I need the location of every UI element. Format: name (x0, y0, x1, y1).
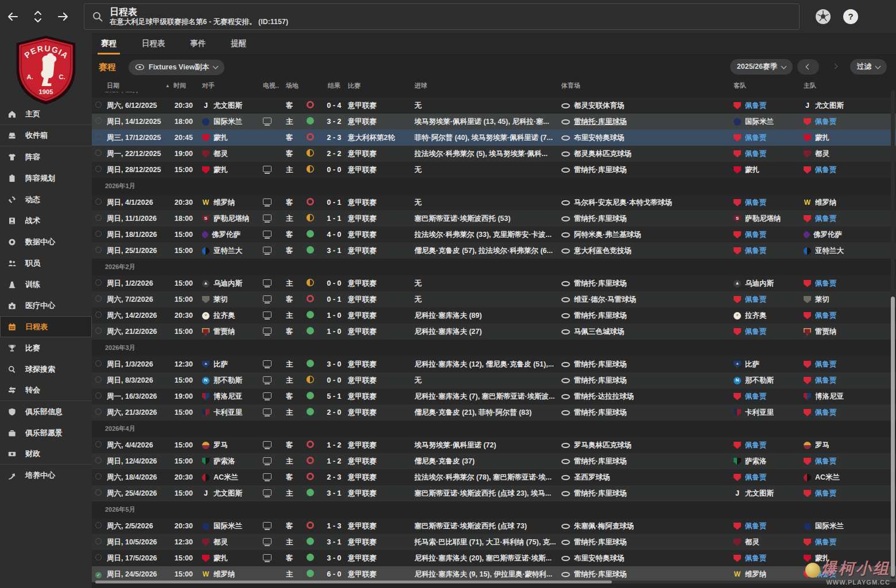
sidebar-item-squad[interactable]: 阵容 (0, 146, 92, 168)
home-team-name[interactable]: 佩鲁贾 (815, 311, 837, 321)
fixture-row[interactable]: 周六, 21/3/202615:00卡利亚里主2 - 0意甲联赛儒尼奥·克鲁皮 … (92, 404, 896, 420)
away-team-name[interactable]: 维罗纳 (745, 570, 767, 579)
away-team-name[interactable]: 佩鲁贾 (745, 246, 767, 256)
fixture-row[interactable]: 周日, 17/5/202615:00蒙扎客3 - 0意甲联赛尼科拉·塞库洛夫 (… (92, 550, 896, 566)
fixture-row[interactable]: 周三, 17/12/202520:45蒙扎客2 - 3意大利杯第2轮菲特·阿尔普… (92, 130, 896, 146)
column-header-result[interactable]: 结果 (320, 81, 348, 90)
fixture-row[interactable]: ✓周日, 24/5/202615:00W维罗纳主6 - 0意甲联赛尼科拉·塞库洛… (92, 566, 896, 582)
tab-calendar[interactable]: 日程表 (142, 33, 165, 54)
world-football-icon[interactable] (816, 9, 831, 24)
tab-fixtures[interactable]: 赛程 (101, 33, 117, 54)
column-header-stadium[interactable]: 体育场 (561, 81, 734, 90)
column-header-venue[interactable]: 场地 (286, 81, 307, 90)
home-team-name[interactable]: 佩鲁贾 (815, 408, 837, 418)
away-team-name[interactable]: 佩鲁贾 (745, 198, 767, 208)
away-team-name[interactable]: 佩鲁贾 (745, 554, 767, 563)
help-icon[interactable]: ? (843, 9, 858, 24)
home-team-name[interactable]: 佩鲁贾 (815, 165, 837, 175)
home-team-name[interactable]: 蒙扎 (815, 133, 829, 143)
fixture-row[interactable]: 周日, 18/1/202615:00佛罗伦萨客4 - 0意甲联赛拉法埃尔·科弗莱… (92, 227, 896, 243)
column-header-competition[interactable]: 比赛 (348, 81, 414, 90)
fixture-row[interactable]: 周六, 2/5/202620:30国际米兰客1 - 3意甲联赛塞巴斯蒂亚诺·埃斯… (92, 518, 896, 534)
sidebar-item-tactics[interactable]: 战术 (0, 210, 92, 231)
column-header-opponent[interactable]: 对手 (202, 81, 263, 90)
sidebar-item-medical[interactable]: 医疗中心 (0, 295, 92, 316)
home-team-name[interactable]: 蒙扎 (815, 554, 829, 563)
sidebar-item-inbox[interactable]: 收件箱 (0, 125, 92, 146)
tab-events[interactable]: 事件 (191, 33, 206, 54)
fixture-row[interactable]: 周日, 25/1/202615:00亚特兰大客3 - 1意甲联赛儒尼奥·克鲁皮 … (92, 243, 896, 259)
fixture-row[interactable]: 周六, 21/2/202615:00雷贾纳客1 - 0意甲联赛尼科拉·塞库洛夫 … (92, 324, 896, 340)
column-header-date[interactable]: 日期▲ (107, 81, 173, 90)
column-header-time[interactable]: 时间 (173, 81, 202, 90)
fixture-row[interactable]: 周六, 7/2/202615:00莱切客0 - 1意甲联赛无维亚·德尔·马雷球场… (92, 291, 896, 307)
sidebar-item-transfers[interactable]: 转会 (0, 380, 92, 401)
away-team-name[interactable]: 佩鲁贾 (745, 441, 767, 450)
column-header-tv[interactable]: 电视.. (263, 81, 286, 90)
season-dropdown[interactable]: 2025/26赛季 (730, 59, 793, 75)
away-team-name[interactable]: 萨勒尼塔纳 (745, 214, 781, 224)
fixture-row[interactable]: 周六, 14/2/202620:30✦拉齐奥主1 - 0意甲联赛尼科拉·塞库洛夫… (92, 307, 896, 324)
fixture-row[interactable]: 周一, 16/3/202619:00博洛尼亚客5 - 1意甲联赛尼科拉·塞库洛夫… (92, 388, 896, 404)
home-team-name[interactable]: 罗马 (815, 441, 829, 450)
home-team-name[interactable]: 亚特兰大 (815, 246, 844, 256)
tab-reminders[interactable]: 提醒 (231, 33, 247, 54)
sidebar-item-training[interactable]: 训练 (0, 274, 92, 295)
away-team-name[interactable]: 拉齐奥 (745, 311, 767, 321)
away-team-name[interactable]: 蒙扎 (745, 165, 759, 175)
home-team-name[interactable]: 佩鲁贾 (815, 214, 837, 224)
away-team-name[interactable]: 佩鲁贾 (745, 327, 767, 337)
home-team-name[interactable]: 佩鲁贾 (815, 376, 837, 385)
back-button[interactable] (0, 5, 25, 28)
fixture-row[interactable]: 周六, 4/4/202615:00罗马客1 - 2意甲联赛埃马努埃莱·佩科里诺 … (92, 437, 896, 453)
fixture-row[interactable]: 周日, 14/12/202518:00国际米兰主3 - 2意甲联赛埃马努埃莱·佩… (92, 114, 896, 130)
fixture-row[interactable]: 周日, 10/5/202612:30都灵主3 - 1意甲联赛托马索·巴比耶里 (… (92, 534, 896, 550)
column-header-goals[interactable]: 进球 (414, 81, 561, 90)
home-team-name[interactable]: 佩鲁贾 (815, 489, 837, 499)
history-dropdown-button[interactable] (25, 11, 51, 22)
fixture-row[interactable]: 周六, 18/4/202620:30AC米兰客2 - 3意甲联赛拉法埃尔·科弗莱… (92, 469, 896, 485)
home-team-name[interactable]: 都灵 (815, 149, 829, 159)
club-crest[interactable]: PERUGIA A. C. 1905 (0, 33, 92, 107)
fixture-row[interactable]: 周日, 8/3/202615:00N那不勒斯主0 - 0意甲联赛无雷纳托·库里球… (92, 372, 896, 388)
vertical-scrollbar-thumb[interactable] (891, 297, 895, 577)
home-team-name[interactable]: 佩鲁贾 (815, 570, 837, 579)
sidebar-item-development[interactable]: 培养中心 (0, 465, 92, 486)
home-team-name[interactable]: 雷贾纳 (815, 327, 837, 337)
home-team-name[interactable]: 佩鲁贾 (815, 538, 837, 547)
away-team-name[interactable]: 卡利亚里 (745, 408, 774, 418)
column-header-home[interactable]: 主队 (804, 81, 887, 90)
previous-season-button[interactable] (797, 59, 819, 75)
away-team-name[interactable]: 佩鲁贾 (745, 133, 767, 143)
away-team-name[interactable]: 佩鲁贾 (745, 473, 767, 482)
away-team-name[interactable]: 国际米兰 (745, 117, 774, 127)
away-team-name[interactable]: 都灵 (745, 538, 759, 547)
fixture-row[interactable]: 周日, 1/2/202615:00▲乌迪内斯主0 - 0意甲联赛无雷纳托·库里球… (92, 275, 896, 291)
view-selector-dropdown[interactable]: Fixtures View副本 (129, 60, 224, 75)
home-team-name[interactable]: 国际米兰 (815, 521, 844, 531)
forward-button[interactable] (51, 5, 76, 28)
away-team-name[interactable]: 佩鲁贾 (745, 101, 767, 111)
away-team-name[interactable]: 萨索洛 (745, 457, 767, 466)
fixture-row[interactable]: 周日, 12/4/202615:00萨索洛主1 - 2意甲联赛儒尼奥·克鲁皮 (… (92, 453, 896, 469)
away-team-name[interactable]: 佩鲁贾 (745, 149, 767, 159)
horizontal-scrollbar-thumb[interactable] (95, 581, 612, 583)
fixture-row[interactable]: 周日, 4/1/202620:30W维罗纳客0 - 1意甲联赛无马尔科·安东尼奥… (92, 194, 896, 211)
away-team-name[interactable]: 佩鲁贾 (745, 230, 767, 240)
sidebar-item-squad-planner[interactable]: 阵容规划 (0, 168, 92, 189)
fixture-row[interactable]: 周六, 6/12/202520:30J尤文图斯客0 - 4意甲联赛无都灵安联体育… (92, 98, 896, 114)
filter-button[interactable]: 过滤 (850, 59, 887, 75)
sidebar-item-competitions[interactable]: 比赛 (0, 337, 92, 359)
away-team-name[interactable]: 佩鲁贾 (745, 295, 767, 305)
fixture-row[interactable]: 周日, 1/3/202612:30+比萨主3 - 0意甲联赛尼科拉·塞库洛夫 (… (92, 356, 896, 372)
home-team-name[interactable]: 维罗纳 (815, 198, 837, 208)
home-team-name[interactable]: 佛罗伦萨 (813, 230, 842, 240)
sidebar-item-club-info[interactable]: 俱乐部信息 (0, 401, 92, 422)
sidebar-item-data-hub[interactable]: 数据中心 (0, 231, 92, 252)
home-team-name[interactable]: 博洛尼亚 (815, 392, 844, 402)
home-team-name[interactable]: 佩鲁贾 (815, 457, 837, 466)
sidebar-item-finances[interactable]: 财政 (0, 443, 92, 465)
home-team-name[interactable]: 尤文图斯 (815, 101, 844, 111)
home-team-name[interactable]: 佩鲁贾 (815, 117, 837, 127)
home-team-name[interactable]: AC米兰 (815, 473, 840, 482)
